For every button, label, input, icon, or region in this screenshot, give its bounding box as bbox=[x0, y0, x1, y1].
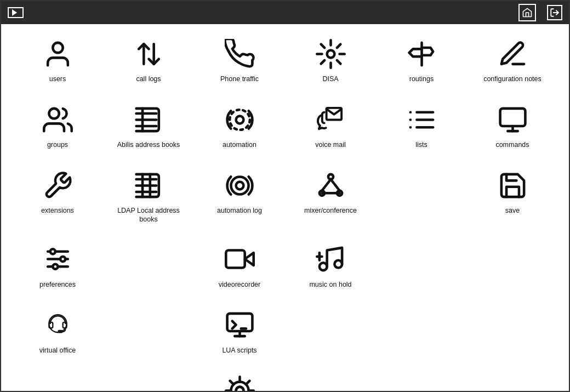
preferences-icon bbox=[41, 243, 74, 276]
users-label: users bbox=[49, 75, 66, 83]
item-users[interactable]: users bbox=[12, 30, 103, 90]
svg-point-12 bbox=[230, 110, 250, 130]
svg-point-40 bbox=[60, 257, 65, 262]
svg-rect-43 bbox=[226, 250, 244, 268]
item-empty4 bbox=[467, 235, 558, 296]
item-groups[interactable]: groups bbox=[12, 95, 103, 156]
abilis-address-books-icon bbox=[132, 103, 165, 136]
groups-label: groups bbox=[47, 140, 68, 149]
users-icon bbox=[41, 37, 74, 70]
item-preferences[interactable]: preferences bbox=[12, 235, 103, 296]
music-on-hold-label: music on hold bbox=[309, 280, 351, 289]
rio-rvs-icon bbox=[223, 374, 256, 393]
phone-traffic-label: Phone traffic bbox=[220, 75, 259, 83]
abilis-address-books-label: Abilis address books bbox=[117, 140, 180, 149]
item-abilis-address-books[interactable]: Abilis address books bbox=[103, 95, 194, 156]
item-save[interactable]: save bbox=[467, 161, 558, 230]
svg-point-39 bbox=[50, 249, 55, 254]
extensions-icon bbox=[41, 169, 74, 202]
svg-point-19 bbox=[409, 126, 412, 128]
item-commands[interactable]: commands bbox=[467, 95, 558, 156]
automation-log-icon bbox=[223, 169, 256, 202]
item-mixer-conference[interactable]: mixer/conference bbox=[285, 161, 376, 230]
svg-point-41 bbox=[53, 264, 58, 269]
routings-icon bbox=[405, 37, 438, 70]
item-automation-log[interactable]: automation log bbox=[194, 161, 285, 230]
routings-label: routings bbox=[409, 75, 434, 83]
item-lua-scripts[interactable]: LUA scripts bbox=[194, 301, 285, 361]
svg-point-17 bbox=[409, 111, 412, 113]
commands-label: commands bbox=[495, 140, 529, 149]
save-label: save bbox=[505, 206, 520, 215]
ldap-local-address-books-icon bbox=[132, 169, 165, 202]
item-empty11 bbox=[285, 367, 376, 393]
logout-button[interactable] bbox=[547, 5, 562, 20]
videorecorder-label: videorecorder bbox=[219, 280, 260, 289]
groups-icon bbox=[41, 103, 74, 136]
item-lists[interactable]: lists bbox=[376, 95, 467, 156]
app-header bbox=[1, 1, 569, 24]
lists-icon bbox=[405, 103, 438, 136]
svg-point-48 bbox=[49, 315, 66, 332]
item-ldap-local-address-books[interactable]: LDAP Local address books bbox=[103, 161, 194, 230]
extensions-label: extensions bbox=[41, 206, 74, 215]
svg-line-34 bbox=[330, 179, 339, 191]
configuration-notes-label: configuration notes bbox=[483, 75, 542, 83]
item-empty13 bbox=[467, 367, 558, 393]
item-videorecorder[interactable]: videorecorder bbox=[194, 235, 285, 296]
item-automation[interactable]: automation bbox=[194, 95, 285, 156]
voice-mail-icon bbox=[314, 103, 347, 136]
mixer-conference-label: mixer/conference bbox=[304, 206, 357, 215]
svg-line-33 bbox=[322, 179, 330, 191]
svg-point-29 bbox=[231, 177, 248, 194]
lists-label: lists bbox=[415, 140, 428, 149]
item-empty2 bbox=[103, 235, 194, 296]
item-empty12 bbox=[376, 367, 467, 393]
virtual-office-label: virtual office bbox=[39, 346, 76, 355]
preferences-label: preferences bbox=[39, 280, 76, 289]
item-configuration-notes[interactable]: configuration notes bbox=[467, 30, 558, 90]
item-music-on-hold[interactable]: music on hold bbox=[285, 235, 376, 296]
svg-point-45 bbox=[334, 260, 342, 268]
items-grid: userscall logsPhone trafficDISAroutingsc… bbox=[12, 30, 558, 392]
svg-point-18 bbox=[409, 118, 412, 121]
svg-rect-50 bbox=[227, 314, 252, 331]
item-voice-mail[interactable]: voice mail bbox=[285, 95, 376, 156]
item-rio-rvs[interactable]: Rio/Rvs configuration bbox=[194, 367, 285, 393]
logo bbox=[8, 7, 24, 18]
call-logs-label: call logs bbox=[136, 75, 161, 83]
svg-marker-42 bbox=[244, 253, 253, 265]
item-empty7 bbox=[376, 301, 467, 361]
item-extensions[interactable]: extensions bbox=[12, 161, 103, 230]
music-on-hold-icon bbox=[314, 243, 347, 276]
item-empty1 bbox=[376, 161, 467, 230]
item-empty3 bbox=[376, 235, 467, 296]
svg-point-11 bbox=[236, 116, 243, 123]
main-content: userscall logsPhone trafficDISAroutingsc… bbox=[1, 24, 569, 392]
videorecorder-icon bbox=[223, 243, 256, 276]
virtual-office-icon bbox=[41, 309, 74, 342]
header-left bbox=[8, 7, 24, 18]
item-empty5 bbox=[103, 301, 194, 361]
svg-rect-20 bbox=[500, 108, 525, 126]
item-call-logs[interactable]: call logs bbox=[103, 30, 194, 90]
header-right bbox=[518, 4, 562, 21]
item-empty9 bbox=[12, 367, 103, 393]
phone-traffic-icon bbox=[223, 37, 256, 70]
home-button[interactable] bbox=[518, 4, 536, 21]
item-virtual-office[interactable]: virtual office bbox=[12, 301, 103, 361]
ldap-local-address-books-label: LDAP Local address books bbox=[107, 206, 190, 224]
automation-icon bbox=[223, 103, 256, 136]
lua-scripts-label: LUA scripts bbox=[222, 346, 256, 355]
item-routings[interactable]: routings bbox=[376, 30, 467, 90]
commands-icon bbox=[496, 103, 529, 136]
logo-triangle bbox=[12, 9, 17, 16]
item-disa[interactable]: DISA bbox=[285, 30, 376, 90]
lua-scripts-icon bbox=[223, 309, 256, 342]
call-logs-icon bbox=[132, 37, 165, 70]
disa-label: DISA bbox=[322, 75, 338, 83]
mixer-conference-icon bbox=[314, 169, 347, 202]
automation-label: automation bbox=[223, 140, 256, 149]
item-empty10 bbox=[103, 367, 194, 393]
item-phone-traffic[interactable]: Phone traffic bbox=[194, 30, 285, 90]
